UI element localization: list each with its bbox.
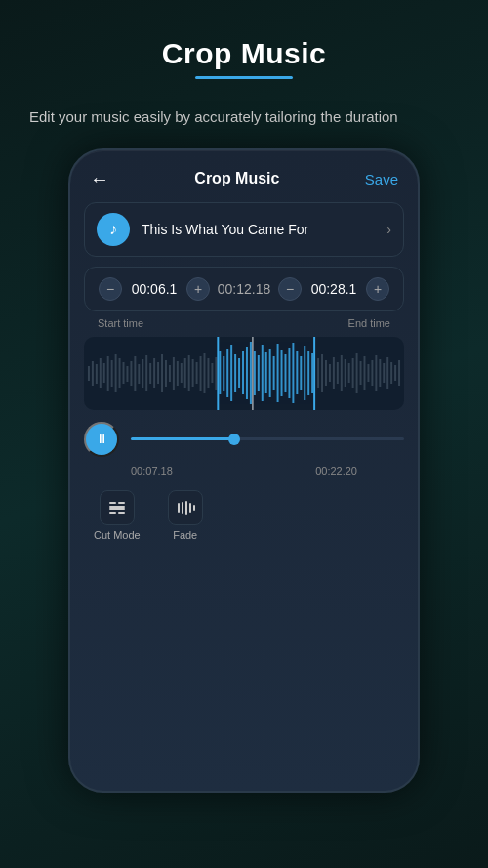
svg-rect-65 bbox=[341, 355, 343, 391]
svg-rect-90 bbox=[178, 503, 180, 513]
svg-rect-12 bbox=[134, 356, 136, 391]
appbar-title: Crop Music bbox=[194, 170, 279, 187]
page-header: Crop Music bbox=[162, 37, 326, 79]
svg-rect-50 bbox=[281, 350, 283, 396]
svg-rect-84 bbox=[109, 506, 125, 508]
start-minus-button[interactable]: − bbox=[99, 277, 122, 301]
svg-rect-41 bbox=[246, 347, 248, 399]
svg-rect-60 bbox=[321, 354, 323, 392]
svg-rect-73 bbox=[371, 360, 373, 386]
song-title: This Is What You Came For bbox=[142, 222, 386, 237]
save-button[interactable]: Save bbox=[365, 171, 398, 187]
end-plus-button[interactable]: + bbox=[366, 277, 389, 301]
svg-rect-21 bbox=[169, 365, 171, 382]
svg-rect-62 bbox=[329, 364, 331, 382]
music-note-icon: ♪ bbox=[109, 221, 117, 238]
svg-rect-55 bbox=[300, 356, 302, 390]
app-bar: ← Crop Music Save bbox=[70, 150, 418, 202]
svg-rect-30 bbox=[204, 353, 206, 393]
svg-rect-5 bbox=[107, 356, 109, 391]
svg-rect-91 bbox=[182, 502, 183, 514]
back-button[interactable]: ← bbox=[90, 168, 109, 190]
end-minus-button[interactable]: − bbox=[278, 277, 302, 301]
svg-rect-31 bbox=[207, 358, 209, 388]
fade-tool[interactable]: Fade bbox=[168, 490, 203, 541]
waveform-svg bbox=[84, 337, 404, 410]
svg-rect-51 bbox=[284, 354, 286, 392]
svg-rect-49 bbox=[277, 344, 279, 402]
end-time-value: 00:28.1 bbox=[309, 281, 358, 297]
svg-rect-35 bbox=[223, 356, 224, 391]
progress-bar[interactable] bbox=[131, 437, 404, 440]
cut-icon-svg bbox=[106, 497, 128, 518]
svg-rect-10 bbox=[126, 366, 128, 382]
fade-label: Fade bbox=[173, 529, 197, 541]
svg-rect-24 bbox=[181, 363, 183, 383]
svg-rect-1 bbox=[92, 361, 94, 386]
svg-rect-42 bbox=[250, 342, 252, 404]
svg-rect-20 bbox=[165, 360, 167, 387]
svg-rect-66 bbox=[345, 359, 346, 387]
time-controls: − 00:06.1 + 00:12.18 − 00:28.1 + bbox=[84, 267, 404, 311]
end-time-label: End time bbox=[348, 317, 390, 329]
waveform-container[interactable] bbox=[84, 337, 404, 410]
song-row[interactable]: ♪ This Is What You Came For › bbox=[84, 202, 404, 257]
svg-rect-27 bbox=[192, 359, 194, 387]
svg-rect-78 bbox=[390, 362, 392, 384]
svg-rect-18 bbox=[157, 362, 159, 384]
svg-rect-45 bbox=[262, 345, 264, 401]
svg-rect-92 bbox=[185, 501, 187, 515]
playback-times: 00:07.18 00:22.20 bbox=[84, 465, 404, 476]
svg-rect-36 bbox=[226, 349, 228, 397]
svg-rect-7 bbox=[115, 354, 117, 392]
svg-rect-54 bbox=[296, 351, 298, 394]
svg-rect-13 bbox=[138, 364, 140, 384]
svg-rect-39 bbox=[238, 358, 240, 388]
svg-rect-22 bbox=[173, 357, 175, 390]
svg-rect-85 bbox=[109, 508, 125, 510]
svg-rect-11 bbox=[130, 361, 132, 386]
svg-rect-14 bbox=[142, 359, 143, 388]
svg-rect-17 bbox=[153, 358, 155, 388]
start-time-group: − 00:06.1 + bbox=[99, 277, 210, 301]
pause-icon: ⏸ bbox=[96, 432, 108, 446]
svg-rect-72 bbox=[367, 364, 369, 382]
cut-mode-label: Cut Mode bbox=[94, 529, 141, 541]
page-title: Crop Music bbox=[162, 37, 326, 70]
svg-rect-48 bbox=[273, 356, 275, 390]
fade-icon bbox=[168, 490, 203, 525]
playback-row: ⏸ bbox=[84, 422, 404, 457]
svg-rect-28 bbox=[196, 362, 198, 384]
svg-rect-3 bbox=[100, 358, 102, 388]
svg-rect-67 bbox=[348, 363, 350, 383]
svg-rect-68 bbox=[352, 358, 354, 388]
start-plus-button[interactable]: + bbox=[186, 277, 210, 301]
fade-icon-svg bbox=[175, 497, 196, 518]
cut-mode-tool[interactable]: Cut Mode bbox=[94, 490, 141, 541]
start-time-value: 00:06.1 bbox=[130, 281, 179, 297]
phone-mockup: ← Crop Music Save ♪ This Is What You Cam… bbox=[68, 148, 420, 793]
start-time-label: Start time bbox=[98, 317, 143, 329]
svg-rect-93 bbox=[189, 503, 191, 513]
svg-rect-94 bbox=[193, 505, 195, 511]
svg-rect-40 bbox=[242, 351, 244, 394]
svg-rect-80 bbox=[398, 360, 400, 386]
svg-rect-89 bbox=[118, 512, 125, 514]
waveform-canvas bbox=[84, 337, 404, 410]
svg-rect-29 bbox=[200, 356, 202, 391]
current-time: 00:07.18 bbox=[131, 465, 173, 476]
svg-rect-76 bbox=[383, 363, 385, 383]
svg-rect-26 bbox=[188, 355, 190, 391]
tools-row: Cut Mode Fade bbox=[84, 490, 404, 541]
pause-button[interactable]: ⏸ bbox=[84, 422, 119, 457]
song-chevron-icon: › bbox=[386, 222, 391, 237]
svg-rect-9 bbox=[123, 362, 125, 384]
svg-rect-52 bbox=[288, 348, 290, 398]
svg-rect-6 bbox=[111, 360, 113, 387]
svg-rect-56 bbox=[304, 346, 305, 400]
svg-rect-71 bbox=[364, 356, 366, 390]
svg-rect-79 bbox=[394, 365, 396, 381]
svg-rect-4 bbox=[103, 363, 105, 383]
svg-rect-58 bbox=[311, 353, 313, 393]
svg-rect-0 bbox=[88, 366, 90, 381]
